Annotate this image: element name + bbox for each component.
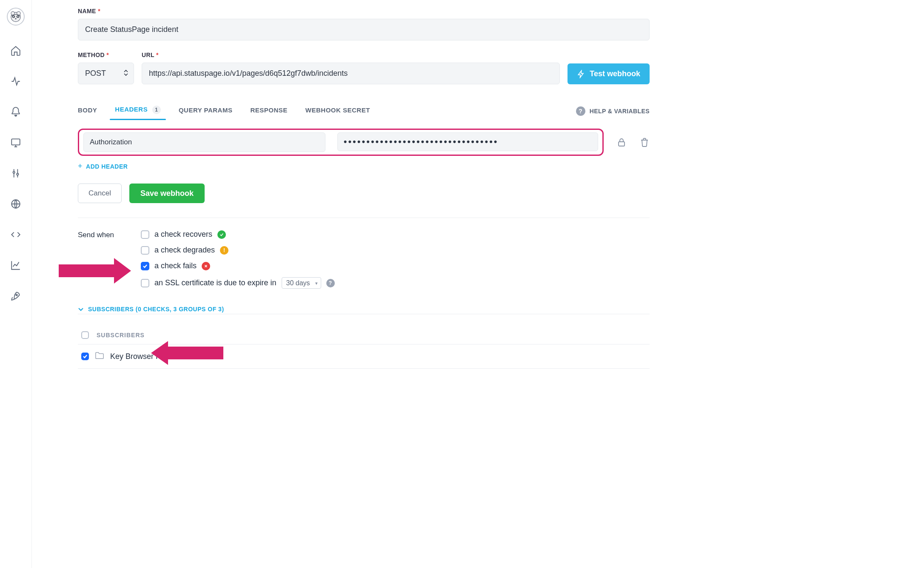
save-webhook-button[interactable]: Save webhook (129, 184, 205, 203)
home-icon[interactable] (10, 45, 21, 56)
globe-icon[interactable] (10, 198, 21, 209)
svg-point-7 (15, 18, 16, 20)
option-ssl-label: an SSL certificate is due to expire in (154, 278, 277, 287)
add-header-button[interactable]: + ADD HEADER (78, 162, 128, 171)
svg-point-10 (17, 173, 18, 175)
checkbox-degrades[interactable] (141, 246, 149, 255)
name-input[interactable] (78, 19, 650, 40)
folder-icon (95, 351, 104, 361)
option-recovers-label: a check recovers (154, 230, 212, 239)
svg-point-6 (17, 16, 19, 17)
chart-icon[interactable] (10, 260, 21, 271)
header-key-input[interactable] (83, 132, 325, 152)
chevron-down-icon (78, 306, 84, 312)
main-content: NAME * METHOD * URL * Test webhook (32, 0, 662, 568)
status-fails-icon (202, 262, 210, 270)
tab-query-params[interactable]: QUERY PARAMS (179, 103, 233, 120)
status-degrades-icon: ! (220, 246, 228, 255)
trash-icon[interactable] (639, 137, 650, 147)
checkbox-fails[interactable] (141, 262, 149, 270)
method-label: METHOD * (78, 52, 134, 58)
headers-count-badge: 1 (152, 106, 161, 114)
ssl-help-icon[interactable]: ? (326, 279, 335, 287)
ssl-days-select[interactable]: 30 days (282, 277, 321, 289)
app-logo[interactable] (7, 8, 25, 26)
header-row-highlight (78, 129, 604, 156)
subscriber-item[interactable]: Key Browser Flows (78, 344, 650, 369)
bolt-icon (577, 70, 585, 78)
url-label: URL * (142, 52, 560, 58)
sidebar (0, 0, 32, 568)
annotation-arrow-fails (59, 258, 131, 284)
option-fails-label: a check fails (154, 261, 197, 270)
status-recovers-icon (217, 230, 226, 239)
test-webhook-button[interactable]: Test webhook (568, 63, 650, 84)
plus-icon: + (78, 162, 83, 171)
svg-point-5 (13, 16, 14, 17)
rocket-icon[interactable] (10, 290, 21, 301)
lock-icon[interactable] (616, 137, 627, 147)
option-degrades-label: a check degrades (154, 246, 215, 255)
svg-point-9 (13, 172, 15, 173)
checkbox-key-browser-flows[interactable] (81, 353, 89, 360)
annotation-arrow-subscriber (151, 341, 223, 365)
subscribers-header-label: SUBSCRIBERS (97, 332, 145, 339)
checkbox-all-subscribers[interactable] (81, 331, 89, 339)
tab-body[interactable]: BODY (78, 103, 97, 120)
header-value-input[interactable] (337, 132, 598, 151)
method-select[interactable] (78, 63, 134, 84)
checkbox-recovers[interactable] (141, 230, 149, 239)
svg-rect-8 (11, 139, 20, 145)
tune-icon[interactable] (10, 168, 21, 179)
monitor-icon[interactable] (10, 137, 21, 148)
question-icon: ? (576, 106, 585, 116)
name-label: NAME * (78, 8, 650, 14)
svg-rect-13 (619, 142, 625, 146)
tab-headers[interactable]: HEADERS 1 (115, 102, 161, 120)
svg-point-12 (16, 294, 17, 295)
code-icon[interactable] (10, 229, 21, 240)
activity-icon[interactable] (10, 76, 21, 87)
checkbox-ssl[interactable] (141, 279, 149, 287)
url-input[interactable] (142, 63, 560, 84)
bell-icon[interactable] (10, 106, 21, 118)
tab-webhook-secret[interactable]: WEBHOOK SECRET (305, 103, 370, 120)
subscribers-toggle[interactable]: SUBSCRIBERS (0 CHECKS, 3 GROUPS OF 3) (78, 306, 224, 313)
help-variables-link[interactable]: ? HELP & VARIABLES (576, 106, 650, 116)
cancel-button[interactable]: Cancel (78, 184, 122, 203)
tabs: BODY HEADERS 1 QUERY PARAMS RESPONSE WEB… (78, 102, 650, 120)
tab-response[interactable]: RESPONSE (250, 103, 287, 120)
raccoon-icon (9, 9, 23, 24)
